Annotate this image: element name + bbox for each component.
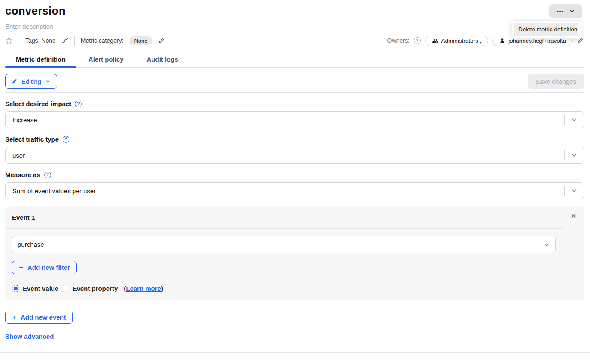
event-card-title: Event 1 <box>12 214 35 221</box>
impact-label-row: Select desired impact ? <box>5 100 584 107</box>
traffic-value: user <box>6 152 564 159</box>
add-event-label: Add new event <box>21 314 66 321</box>
traffic-help-icon[interactable]: ? <box>63 136 69 143</box>
event-card-header: Event 1 <box>5 206 563 229</box>
plus-icon: + <box>19 264 23 271</box>
tab-audit-logs[interactable]: Audit logs <box>136 56 189 67</box>
favorite-star-icon[interactable] <box>5 37 13 44</box>
paren-close: ) <box>161 285 163 292</box>
editing-label: Editing <box>21 78 41 85</box>
meta-row: Tags: None Metric category: None Owners:… <box>5 36 584 46</box>
owner-name: Administrators , <box>441 38 482 44</box>
radio-event-property[interactable]: Event property <box>62 285 118 292</box>
traffic-label: Select traffic type <box>5 136 59 143</box>
description-placeholder[interactable]: Enter description <box>5 23 584 30</box>
tab-metric-definition[interactable]: Metric definition <box>5 56 76 67</box>
save-changes-button[interactable]: Save changes <box>528 74 584 89</box>
measure-select[interactable]: Sum of event values per user <box>5 182 584 199</box>
measure-label: Measure as <box>5 171 40 178</box>
chevron-down-icon <box>569 8 575 14</box>
measure-help-icon[interactable]: ? <box>44 172 51 178</box>
meta-left: Tags: None Metric category: None <box>5 36 165 46</box>
traffic-label-row: Select traffic type ? <box>5 136 584 143</box>
learn-more-wrap: (Learn more) <box>124 285 163 292</box>
metric-page: conversion Enter description Tags: None … <box>0 4 590 353</box>
event-card-side: ✕ <box>563 206 584 300</box>
pencil-icon <box>12 78 18 84</box>
chevron-down-icon <box>538 241 555 248</box>
owners-help-icon[interactable]: ? <box>414 37 421 44</box>
group-icon <box>432 38 438 44</box>
divider <box>0 352 590 353</box>
owners-label: Owners: <box>387 37 409 44</box>
divider <box>74 36 75 46</box>
radio-unselected-icon <box>62 285 69 292</box>
add-new-event-button[interactable]: + Add new event <box>5 311 73 324</box>
traffic-select[interactable]: user <box>5 147 584 164</box>
divider <box>19 36 19 46</box>
more-actions-menu: Delete metric definition <box>512 20 581 38</box>
impact-select[interactable]: Increase <box>5 111 584 128</box>
remove-event-close-icon[interactable]: ✕ <box>570 213 576 300</box>
measure-mode-radio-group: Event value Event property (Learn more) <box>12 285 556 292</box>
tab-alert-policy[interactable]: Alert policy <box>78 56 134 67</box>
person-icon <box>499 38 505 44</box>
tab-bar: Metric definition Alert policy Audit log… <box>5 56 584 68</box>
tags-label: Tags: None <box>25 37 56 44</box>
ellipsis-icon: ••• <box>557 8 564 15</box>
metric-category-label: Metric category: <box>81 37 124 44</box>
chevron-down-icon <box>565 116 584 123</box>
radio-label: Event value <box>23 285 58 292</box>
edit-category-pencil-icon[interactable] <box>158 37 165 44</box>
chevron-down-icon <box>565 152 584 159</box>
more-actions-button[interactable]: ••• <box>549 4 582 18</box>
metric-category-badge: None <box>129 36 152 45</box>
event-name-select[interactable]: purchase <box>12 236 556 253</box>
event-card: Event 1 purchase + Add new filter <box>5 206 584 300</box>
editing-mode-button[interactable]: Editing <box>5 74 57 89</box>
event-card-main: Event 1 purchase + Add new filter <box>5 206 563 300</box>
radio-event-value[interactable]: Event value <box>12 285 58 292</box>
divider <box>5 92 584 93</box>
event-card-body: purchase + Add new filter Event value <box>5 229 563 299</box>
chevron-down-icon <box>565 187 584 194</box>
page-title: conversion <box>5 4 584 18</box>
impact-help-icon[interactable]: ? <box>75 101 82 107</box>
show-advanced-link[interactable]: Show advanced <box>5 333 54 340</box>
measure-value: Sum of event values per user <box>6 187 564 195</box>
add-filter-label: Add new filter <box>27 264 70 271</box>
plus-icon: + <box>12 314 16 321</box>
menu-item-delete-metric[interactable]: Delete metric definition <box>514 23 578 36</box>
add-new-filter-button[interactable]: + Add new filter <box>12 261 77 274</box>
radio-label: Event property <box>72 285 118 292</box>
owner-pill-administrators[interactable]: Administrators , <box>425 36 489 46</box>
toolbar: Editing Save changes <box>5 74 584 89</box>
radio-selected-icon <box>12 285 19 292</box>
measure-label-row: Measure as ? <box>5 171 584 178</box>
edit-tags-pencil-icon[interactable] <box>62 37 69 44</box>
event-name-value: purchase <box>12 241 538 248</box>
chevron-down-icon <box>45 79 51 84</box>
impact-label: Select desired impact <box>5 100 71 107</box>
impact-value: Increase <box>6 116 564 124</box>
learn-more-link[interactable]: Learn more <box>126 285 161 292</box>
